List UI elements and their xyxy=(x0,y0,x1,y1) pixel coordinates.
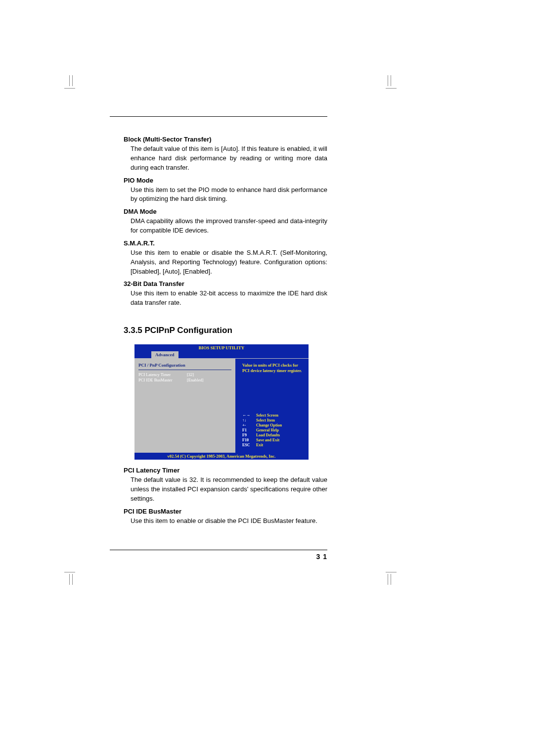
bios-help-text: Value in units of PCI clocks for PCI dev… xyxy=(242,363,304,373)
bios-setting-key: PCI IDE BusMaster xyxy=(138,378,187,383)
item-heading: S.M.A.R.T. xyxy=(124,239,327,247)
bios-setting-key: PCI Latency Timer xyxy=(138,372,187,378)
bios-tabbar: Advanced xyxy=(134,351,309,358)
bios-setting-value: [Enabled] xyxy=(187,378,231,383)
item-heading: PCI IDE BusMaster xyxy=(124,508,327,515)
bios-setting-row: PCI IDE BusMaster [Enabled] xyxy=(138,378,231,383)
bios-footer: v02.54 (C) Copyright 1985-2003, American… xyxy=(134,453,309,460)
bios-setting-row: PCI Latency Timer [32] xyxy=(138,372,231,378)
item-body: Use this item to set the PIO mode to enh… xyxy=(131,186,327,204)
item-heading: PIO Mode xyxy=(124,177,327,184)
item-body: DMA capability allows the improved trans… xyxy=(131,217,327,236)
bios-tab-advanced: Advanced xyxy=(151,351,178,358)
page-number: 3 1 xyxy=(316,553,327,561)
item-heading: 32-Bit Data Transfer xyxy=(124,280,327,287)
item-body: The default value is 32. It is recommend… xyxy=(131,475,327,504)
bios-left-panel: PCI / PnP Configuration PCI Latency Time… xyxy=(134,359,235,453)
bios-panel-title: PCI / PnP Configuration xyxy=(138,363,231,368)
item-heading: PCI Latency Timer xyxy=(124,467,327,474)
item-body: Use this item to enable 32-bit access to… xyxy=(131,289,327,308)
footer-rule xyxy=(110,550,327,550)
header-rule xyxy=(110,116,327,117)
item-body: The default value of this item is [Auto]… xyxy=(131,144,327,173)
item-heading: DMA Mode xyxy=(124,208,327,215)
bios-right-panel: Value in units of PCI clocks for PCI dev… xyxy=(235,359,309,453)
bios-divider xyxy=(138,370,231,370)
item-body: Use this item to enable or disable the S… xyxy=(131,248,327,277)
item-heading: Block (Multi-Sector Transfer) xyxy=(124,136,327,143)
item-body: Use this item to enable or disable the P… xyxy=(131,517,327,526)
bios-nav-keys: ←→Select Screen ↑↓Select Item +-Change O… xyxy=(242,413,304,448)
bios-title: BIOS SETUP UTILITY xyxy=(134,344,309,351)
section-heading: 3.3.5 PCIPnP Configuration xyxy=(124,326,327,335)
bios-setting-value: [32] xyxy=(187,372,231,378)
bios-screenshot: BIOS SETUP UTILITY Advanced PCI / PnP Co… xyxy=(134,344,309,460)
